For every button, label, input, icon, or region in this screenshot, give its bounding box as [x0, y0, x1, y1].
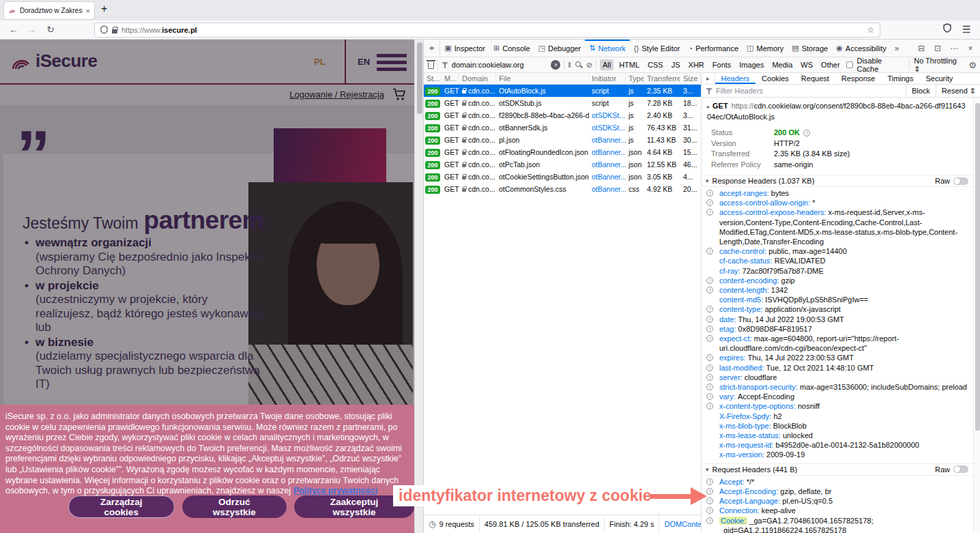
privacy-policy-link[interactable]: Polityce prywatności — [293, 486, 377, 495]
help-icon[interactable] — [706, 306, 713, 313]
column-header-st[interactable]: St... — [424, 73, 442, 84]
type-filter-fonts[interactable]: Fonts — [710, 59, 734, 70]
help-icon[interactable] — [706, 209, 713, 216]
clear-requests-icon[interactable] — [428, 62, 434, 69]
table-row[interactable]: 200GETcdn.co...otCookieSettingsButton.js… — [424, 171, 701, 183]
help-icon[interactable] — [706, 403, 713, 409]
column-header-initiator[interactable]: Initiator — [589, 73, 626, 84]
browser-tab[interactable]: Doradztwo w Zakresie Ochrony Dany × — [4, 2, 94, 19]
details-tab-timings[interactable]: Timings — [881, 73, 919, 84]
initiator-cell[interactable]: otBanner... — [589, 136, 626, 144]
help-icon[interactable] — [706, 199, 713, 206]
reload-button[interactable]: ↻ — [42, 20, 59, 39]
request-headers-section[interactable]: ▾ Request Headers (441 B) Raw — [702, 463, 974, 476]
details-tab-request[interactable]: Request — [795, 73, 835, 84]
type-filter-xhr[interactable]: XHR — [686, 59, 707, 70]
new-tab-button[interactable]: + — [101, 3, 107, 15]
block-requests-icon[interactable]: ⊘ — [586, 61, 592, 70]
tracking-shield-icon[interactable] — [100, 25, 108, 35]
type-filter-css[interactable]: CSS — [645, 59, 666, 70]
forward-button[interactable]: → — [23, 20, 40, 39]
type-filter-all[interactable]: All — [600, 59, 614, 70]
details-tab-cookies[interactable]: Cookies — [755, 73, 795, 84]
page-scrollbar-thumb[interactable] — [417, 42, 422, 114]
help-icon[interactable] — [706, 364, 713, 371]
help-icon[interactable] — [706, 517, 713, 524]
details-pane-toggle-icon[interactable]: ▸ — [702, 73, 715, 84]
column-header-transferred[interactable]: Transferred — [644, 73, 680, 84]
help-icon[interactable] — [803, 130, 810, 136]
help-icon[interactable] — [706, 384, 713, 390]
clear-filter-icon[interactable]: × — [551, 60, 560, 70]
disable-cache-label[interactable]: Disable Cache — [857, 57, 906, 73]
devtools-tab-console[interactable]: ⊞Console — [489, 40, 534, 57]
details-scrollbar[interactable] — [973, 98, 980, 533]
network-table-header[interactable]: St...M...DomainFileInitiatorTypeTransfer… — [424, 73, 701, 85]
column-header-size[interactable]: Size — [680, 73, 701, 84]
help-icon[interactable] — [706, 190, 713, 197]
details-scrollbar-thumb[interactable] — [975, 103, 980, 431]
type-filter-media[interactable]: Media — [769, 59, 795, 70]
devtools-tab-performance[interactable]: ◔Performance — [684, 40, 743, 57]
devtools-tab-style-editor[interactable]: {}Style Editor — [630, 40, 684, 57]
responsive-mode-icon[interactable]: ⊡ — [930, 44, 945, 53]
bookmark-star-icon[interactable]: ☆ — [867, 25, 874, 35]
throttling-select[interactable]: No Throttling ⇕ — [914, 57, 964, 74]
help-icon[interactable] — [706, 354, 713, 361]
type-filter-ws[interactable]: WS — [798, 59, 816, 70]
request-url-row[interactable]: ▸GEThttps://cdn.cookielaw.org/consent/f2… — [702, 98, 974, 124]
https-lock-icon[interactable] — [112, 29, 117, 33]
initiator-cell[interactable]: otSDKSt... — [589, 124, 626, 132]
help-icon[interactable] — [706, 507, 713, 514]
table-row[interactable]: 200GETcdn.co...otBannerSdk.jsotSDKSt...j… — [424, 121, 701, 134]
resend-button[interactable]: Resend⇕ — [936, 85, 980, 98]
pause-recording-icon[interactable]: ‖ — [568, 61, 571, 69]
disable-cache-checkbox[interactable] — [846, 61, 853, 68]
app-menu-icon[interactable]: ☰ — [962, 20, 971, 39]
column-header-m[interactable]: M... — [442, 73, 459, 84]
devtools-close-icon[interactable]: × — [963, 44, 978, 53]
back-button[interactable]: ← — [5, 20, 22, 39]
split-console-icon[interactable]: ⊟ — [914, 44, 929, 53]
reject-all-button[interactable]: Odrzuć wszystkie — [182, 495, 287, 518]
help-icon[interactable] — [706, 374, 713, 381]
devtools-tab-storage[interactable]: ▤Storage — [788, 40, 832, 57]
initiator-cell[interactable]: otBanner... — [589, 173, 626, 181]
help-icon[interactable] — [706, 478, 713, 485]
extension-shield-icon[interactable] — [943, 20, 951, 39]
table-row[interactable]: 200GETcdn.co...OtAutoBlock.jsscriptjs2.3… — [424, 85, 701, 97]
collapse-triangle-icon[interactable]: ▾ — [706, 177, 709, 184]
search-icon[interactable] — [575, 61, 583, 69]
more-tools-chevron-icon[interactable]: » — [891, 40, 904, 57]
table-row[interactable]: 200GETcdn.co...f2890bc8-88eb-4bac-a266-d… — [424, 109, 701, 121]
tab-close-icon[interactable]: × — [86, 7, 90, 15]
help-icon[interactable] — [706, 277, 713, 284]
details-tab-response[interactable]: Response — [835, 73, 882, 84]
devtools-tab-inspector[interactable]: ▣Inspector — [440, 40, 489, 57]
manage-cookies-button[interactable]: Zarządzaj cookies — [68, 495, 175, 518]
column-header-type[interactable]: Type — [626, 73, 644, 84]
expand-triangle-icon[interactable]: ▸ — [707, 104, 710, 110]
details-tab-headers[interactable]: Headers — [715, 73, 756, 84]
page-scrollbar[interactable] — [414, 40, 423, 533]
help-icon[interactable] — [706, 287, 713, 293]
element-picker-icon[interactable]: ⌖ — [424, 40, 440, 57]
devtools-tab-network[interactable]: ⇅Network — [585, 40, 630, 57]
type-filter-js[interactable]: JS — [669, 59, 683, 70]
network-settings-gear-icon[interactable]: ⚙ — [968, 60, 977, 70]
help-icon[interactable] — [706, 393, 713, 400]
details-tab-security[interactable]: Security — [920, 73, 960, 84]
devtools-tab-debugger[interactable]: ◳Debugger — [534, 40, 586, 57]
help-icon[interactable] — [706, 335, 713, 342]
url-bar[interactable]: https://www.isecure.pl ☆ — [94, 23, 880, 38]
help-icon[interactable] — [706, 326, 713, 332]
collapse-triangle-icon[interactable]: ▾ — [706, 466, 709, 473]
help-icon[interactable] — [706, 316, 713, 323]
devtools-tab-accessibility[interactable]: ◉Accessibility — [832, 40, 891, 57]
table-row[interactable]: 200GETcdn.co...otFloatingRoundedIcon.jso… — [424, 146, 701, 158]
initiator-cell[interactable]: otBanner... — [589, 160, 626, 169]
table-row[interactable]: 200GETcdn.co...otCommonStyles.cssotBanne… — [424, 183, 701, 195]
response-headers-section[interactable]: ▾ Response Headers (1.037 KB) Raw — [702, 175, 974, 187]
initiator-cell[interactable]: otSDKSt... — [589, 111, 626, 119]
table-row[interactable]: 200GETcdn.co...otPcTab.jsonotBanner...js… — [424, 158, 701, 171]
